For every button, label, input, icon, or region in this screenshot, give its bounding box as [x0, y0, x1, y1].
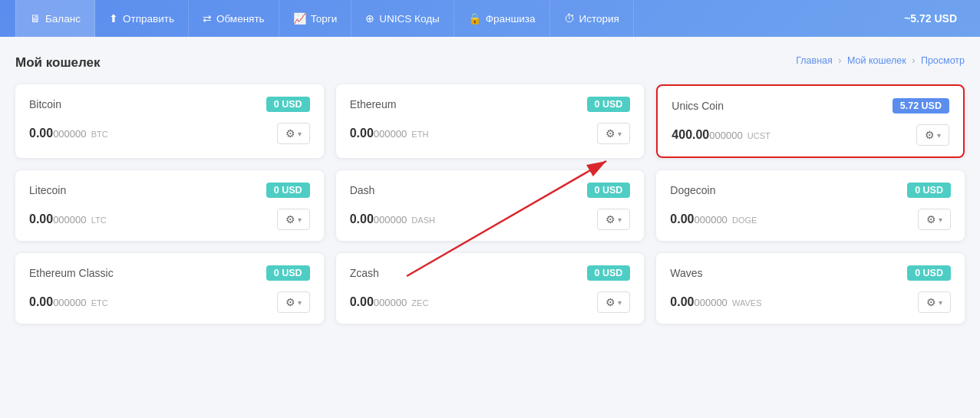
caret-icon-ethereum: ▾: [618, 130, 622, 138]
gear-button-zcash[interactable]: ⚙ ▾: [597, 291, 630, 313]
nav-history[interactable]: ⏱ История: [550, 0, 634, 37]
balance-big-bitcoin: 0.00: [29, 127, 53, 140]
nav-send[interactable]: ⬆ Отправить: [95, 0, 189, 37]
total-balance: ~5.72 USD: [896, 12, 965, 25]
balance-unics: 400.00000000 UCST: [671, 128, 770, 142]
gear-button-eth-classic[interactable]: ⚙ ▾: [277, 291, 310, 313]
card-header-unics: Unics Coin 5.72 USD: [671, 98, 949, 114]
balance-unit-litecoin: LTC: [91, 216, 107, 225]
wallet-card-dash: Dash 0 USD 0.00000000 DASH ⚙ ▾: [336, 170, 645, 241]
balance-big-eth-classic: 0.00: [29, 295, 53, 308]
balance-big-dogecoin: 0.00: [670, 212, 694, 225]
usd-badge-zcash: 0 USD: [587, 265, 631, 281]
balance-unit-eth-classic: ETC: [91, 298, 108, 308]
gear-button-ethereum[interactable]: ⚙ ▾: [597, 123, 630, 144]
balance-ethereum: 0.00000000 ETH: [350, 127, 429, 140]
caret-icon-unics: ▾: [937, 131, 941, 140]
balance-dogecoin: 0.00000000 DOGE: [670, 212, 757, 226]
balance-unit-dogecoin: DOGE: [732, 216, 757, 225]
balance-big-waves: 0.00: [670, 295, 694, 308]
wallet-card-bitcoin: Bitcoin 0 USD 0.00000000 BTC ⚙ ▾: [15, 84, 324, 158]
usd-badge-dash: 0 USD: [587, 183, 631, 198]
card-body-unics: 400.00000000 UCST ⚙ ▾: [671, 124, 949, 146]
balance-zcash: 0.00000000 ZEC: [350, 295, 429, 309]
usd-badge-bitcoin: 0 USD: [266, 97, 310, 112]
caret-icon-waves: ▾: [939, 298, 942, 307]
wallet-card-dogecoin: Dogecoin 0 USD 0.00000000 DOGE ⚙ ▾: [656, 170, 965, 241]
coin-name-dash: Dash: [350, 184, 375, 196]
coin-name-ethereum: Ethereum: [350, 98, 397, 110]
gear-icon-waves: ⚙: [926, 296, 936, 308]
gear-button-dash[interactable]: ⚙ ▾: [597, 209, 630, 230]
gear-button-waves[interactable]: ⚙ ▾: [918, 291, 951, 313]
balance-small-zcash: 000000: [374, 297, 407, 308]
balance-small-dash: 000000: [374, 214, 407, 225]
coin-name-waves: Waves: [670, 267, 702, 279]
gear-icon-ethereum: ⚙: [605, 127, 615, 140]
card-body-bitcoin: 0.00000000 BTC ⚙ ▾: [29, 123, 310, 144]
breadcrumb-wallet[interactable]: Мой кошелек: [847, 55, 906, 66]
navbar: 🖥 Баланс ⬆ Отправить ⇄ Обменять 📈 Торги …: [0, 0, 980, 37]
breadcrumb-sep2: ›: [912, 55, 915, 66]
nav-exchange[interactable]: ⇄ Обменять: [189, 0, 279, 37]
coin-name-litecoin: Litecoin: [29, 184, 66, 196]
gear-icon-dogecoin: ⚙: [926, 213, 936, 225]
gear-icon-eth-classic: ⚙: [285, 296, 295, 308]
card-header-litecoin: Litecoin 0 USD: [29, 183, 310, 198]
caret-icon-dogecoin: ▾: [939, 216, 942, 224]
card-body-dash: 0.00000000 DASH ⚙ ▾: [350, 209, 631, 230]
gear-button-bitcoin[interactable]: ⚙ ▾: [277, 123, 310, 144]
card-body-zcash: 0.00000000 ZEC ⚙ ▾: [350, 291, 631, 313]
trade-icon: 📈: [293, 12, 306, 25]
card-header-ethereum: Ethereum 0 USD: [350, 97, 631, 112]
gear-button-unics[interactable]: ⚙ ▾: [916, 124, 949, 146]
gear-button-litecoin[interactable]: ⚙ ▾: [277, 209, 310, 230]
usd-badge-dogecoin: 0 USD: [907, 183, 951, 198]
gear-icon-zcash: ⚙: [605, 296, 615, 308]
usd-badge-ethereum: 0 USD: [587, 97, 631, 112]
wallet-card-zcash: Zcash 0 USD 0.00000000 ZEC ⚙ ▾: [336, 253, 645, 324]
wallet-card-waves: Waves 0 USD 0.00000000 WAVES ⚙ ▾: [656, 253, 965, 324]
send-icon: ⬆: [109, 12, 118, 25]
card-body-dogecoin: 0.00000000 DOGE ⚙ ▾: [670, 209, 951, 230]
balance-unit-zcash: ZEC: [411, 298, 428, 308]
balance-small-bitcoin: 000000: [53, 128, 86, 140]
breadcrumb-home[interactable]: Главная: [796, 55, 833, 66]
coin-name-eth-classic: Ethereum Classic: [29, 267, 114, 279]
balance-unit-waves: WAVES: [732, 298, 762, 308]
wallet-grid: Bitcoin 0 USD 0.00000000 BTC ⚙ ▾ Ethereu…: [15, 84, 965, 324]
exchange-icon: ⇄: [203, 12, 212, 25]
balance-big-ethereum: 0.00: [350, 127, 374, 140]
franchise-icon: 🔒: [468, 12, 481, 25]
gear-icon-unics: ⚙: [925, 129, 935, 141]
gear-icon-dash: ⚙: [605, 213, 615, 225]
card-header-eth-classic: Ethereum Classic 0 USD: [29, 265, 310, 281]
wallet-card-litecoin: Litecoin 0 USD 0.00000000 LTC ⚙ ▾: [15, 170, 324, 241]
top-row: Мой кошелек Главная › Мой кошелек › Прос…: [15, 55, 965, 71]
card-header-waves: Waves 0 USD: [670, 265, 951, 281]
balance-small-dogecoin: 000000: [694, 214, 727, 225]
caret-icon-zcash: ▾: [618, 298, 622, 307]
balance-dash: 0.00000000 DASH: [350, 212, 435, 226]
usd-badge-litecoin: 0 USD: [266, 183, 310, 198]
nav-balance[interactable]: 🖥 Баланс: [15, 0, 95, 37]
unics-icon: ⊕: [365, 12, 375, 25]
coin-name-unics: Unics Coin: [671, 100, 724, 112]
balance-big-unics: 400.00: [671, 128, 709, 141]
balance-small-unics: 000000: [709, 130, 742, 141]
monitor-icon: 🖥: [30, 12, 41, 25]
nav-unics[interactable]: ⊕ UNICS Коды: [351, 0, 454, 37]
nav-franchise[interactable]: 🔒 Франшиза: [454, 0, 550, 37]
card-body-ethereum: 0.00000000 ETH ⚙ ▾: [350, 123, 631, 144]
nav-trade[interactable]: 📈 Торги: [279, 0, 352, 37]
coin-name-zcash: Zcash: [350, 267, 379, 279]
wallet-card-eth-classic: Ethereum Classic 0 USD 0.00000000 ETC ⚙ …: [15, 253, 324, 324]
balance-small-eth-classic: 000000: [53, 297, 86, 308]
gear-button-dogecoin[interactable]: ⚙ ▾: [918, 209, 951, 230]
caret-icon-dash: ▾: [618, 216, 622, 224]
breadcrumb-view: Просмотр: [921, 55, 965, 66]
card-body-waves: 0.00000000 WAVES ⚙ ▾: [670, 291, 951, 313]
balance-bitcoin: 0.00000000 BTC: [29, 127, 108, 140]
card-body-eth-classic: 0.00000000 ETC ⚙ ▾: [29, 291, 310, 313]
breadcrumb-sep1: ›: [838, 55, 841, 66]
